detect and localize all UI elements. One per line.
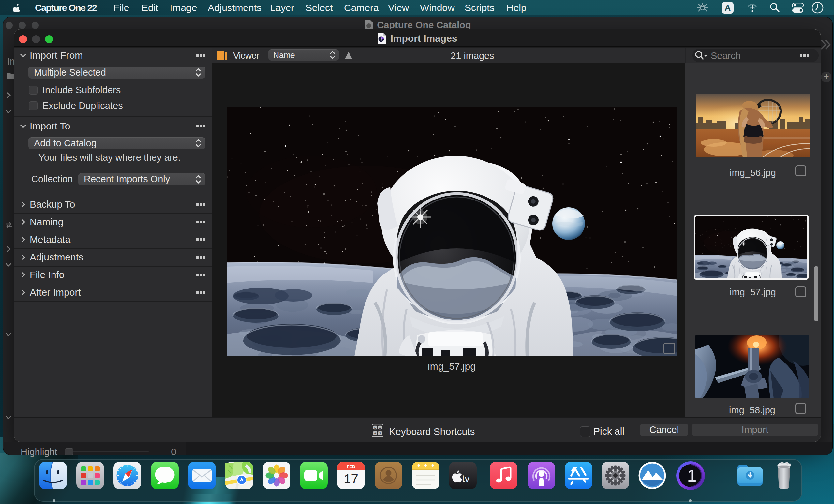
svg-text:17: 17 <box>344 472 358 486</box>
svg-text:S: S <box>379 432 381 435</box>
svg-text:A: A <box>374 432 376 435</box>
svg-text:Q: Q <box>374 426 376 429</box>
svg-text:tv: tv <box>462 473 469 484</box>
svg-text:W: W <box>378 426 381 429</box>
svg-text:A: A <box>725 3 731 13</box>
svg-text:1: 1 <box>687 466 697 485</box>
svg-text:FEB: FEB <box>347 464 355 469</box>
